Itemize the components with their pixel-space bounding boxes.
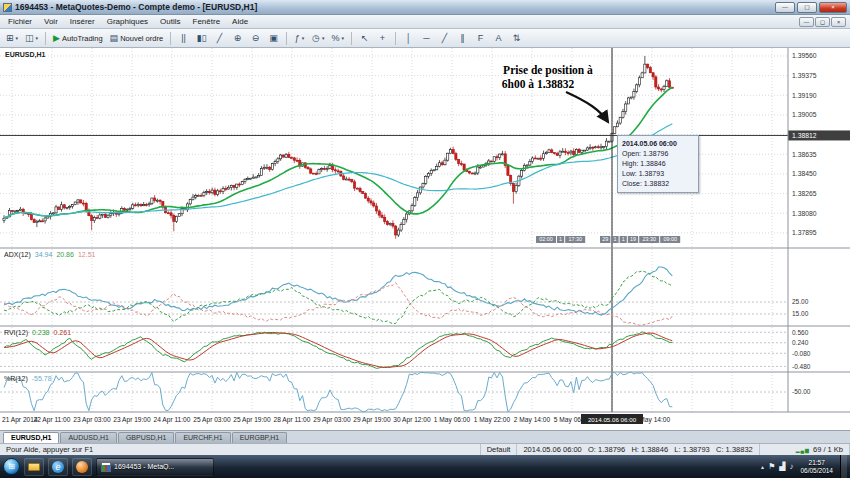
pinned-explorer-button[interactable] [24, 458, 44, 476]
show-desktop-button[interactable] [840, 455, 847, 478]
svg-text:1.38080: 1.38080 [792, 210, 817, 217]
candlestick-icon: ▮▯ [197, 32, 207, 45]
fibonacci-button[interactable]: F [472, 31, 489, 46]
new-order-button[interactable]: ▤Nouvel ordre [107, 31, 166, 46]
svg-text:09:00: 09:00 [663, 236, 677, 242]
svg-text:23 Apr 19:00: 23 Apr 19:00 [113, 416, 151, 424]
menu-voir[interactable]: Voir [38, 16, 64, 27]
toolbar-separator [286, 32, 287, 45]
mdi-minimize-button[interactable]: — [799, 17, 814, 27]
toolbar-separator [351, 32, 352, 45]
media-player-icon [76, 461, 88, 473]
close-button[interactable]: × [819, 2, 847, 13]
taskbar-clock[interactable]: 21:57 06/05/2014 [800, 459, 833, 475]
menu-fenetre[interactable]: Fenêtre [187, 16, 227, 27]
chart-area[interactable]: 1.395601.393751.391901.390051.386351.384… [0, 48, 850, 430]
svg-text:25 Apr 19:00: 25 Apr 19:00 [233, 416, 271, 424]
svg-text:1.39375: 1.39375 [792, 72, 817, 79]
svg-text:02:00: 02:00 [539, 236, 553, 242]
svg-text:0.240: 0.240 [792, 339, 809, 346]
text-label-button[interactable]: A [490, 31, 507, 46]
horizontal-line-button[interactable]: ─ [418, 31, 435, 46]
vertical-line-button[interactable]: │ [400, 31, 417, 46]
hidden-icons-button[interactable]: ▴ [761, 463, 764, 470]
svg-text:2 May 14:00: 2 May 14:00 [514, 416, 551, 424]
menu-aide[interactable]: Aide [226, 16, 254, 27]
start-button[interactable]: ⊞ [3, 458, 20, 475]
menu-inserer[interactable]: Insérer [64, 16, 101, 27]
tab-eurchf[interactable]: EURCHF,H1 [175, 432, 230, 443]
zoom-out-button[interactable]: ⊖ [247, 31, 264, 46]
svg-text:1.38265: 1.38265 [792, 190, 817, 197]
volume-icon[interactable]: ♪ [789, 462, 793, 471]
svg-text:25 Apr 03:00: 25 Apr 03:00 [193, 416, 231, 424]
svg-text:-0.080: -0.080 [792, 350, 811, 357]
svg-text:23 Apr 03:00: 23 Apr 03:00 [73, 416, 111, 424]
periods-icon: ◷ [312, 32, 320, 45]
pinned-browser-button[interactable]: e [48, 458, 68, 476]
indicators-button[interactable]: ƒ▾ [291, 31, 308, 46]
new-chart-button[interactable]: ⊞▾ [3, 31, 21, 46]
price-chart[interactable]: 1.395601.393751.391901.390051.386351.384… [0, 48, 850, 430]
trendline-icon: ╱ [442, 32, 447, 45]
candlestick-chart-button[interactable]: ▮▯ [193, 31, 210, 46]
svg-text:1: 1 [622, 236, 625, 242]
minimize-button[interactable]: — [775, 2, 795, 13]
periods-button[interactable]: ◷▾ [309, 31, 327, 46]
svg-text:Prise de position à: Prise de position à [503, 64, 593, 77]
status-bar: Pour Aide, appuyer sur F1 Default 2014.0… [0, 443, 850, 455]
bar-chart-button[interactable]: || [175, 31, 192, 46]
templates-button[interactable]: %▾ [328, 31, 347, 46]
zoom-out-icon: ⊖ [252, 32, 260, 45]
mdi-close-button[interactable]: × [831, 17, 846, 27]
svg-text:1: 1 [559, 236, 562, 242]
line-chart-button[interactable]: ╱ [211, 31, 228, 46]
tooltip-high: High: 1.38846 [622, 159, 694, 169]
svg-text:1.39560: 1.39560 [792, 52, 817, 59]
autotrading-button[interactable]: ▶AutoTrading [50, 31, 106, 46]
task-button-label: 1694453 - MetaQ... [114, 463, 174, 470]
svg-text:RVI(12)0.2380.261: RVI(12)0.2380.261 [4, 329, 71, 337]
network-icon[interactable]: ▟ [779, 462, 785, 471]
svg-text:1: 1 [614, 236, 617, 242]
indicators-icon: ƒ [295, 32, 300, 45]
templates-icon: % [331, 32, 339, 45]
pinned-media-button[interactable] [72, 458, 92, 476]
channel-button[interactable]: ∥ [454, 31, 471, 46]
status-profile[interactable]: Default [481, 444, 518, 455]
crosshair-button[interactable]: + [374, 31, 391, 46]
menu-outils[interactable]: Outils [154, 16, 186, 27]
tab-audusd[interactable]: AUDUSD,H1 [60, 432, 116, 443]
tooltip-time: 2014.05.06 06:00 [622, 139, 694, 149]
title-bar[interactable]: 1694453 - MetaQuotes-Demo - Compte demo … [0, 0, 850, 15]
vertical-line-icon: │ [406, 32, 412, 45]
trendline-button[interactable]: ╱ [436, 31, 453, 46]
mdi-restore-button[interactable]: ▢ [815, 17, 830, 27]
clock-time: 21:57 [800, 459, 833, 467]
tab-gbpusd[interactable]: GBPUSD,H1 [118, 432, 174, 443]
maximize-button[interactable]: ▢ [797, 2, 817, 13]
taskbar-window-button[interactable]: 1694453 - MetaQ... [96, 458, 214, 476]
svg-text:15.00: 15.00 [792, 310, 809, 317]
status-connection-text: 69 / 1 Kb [813, 445, 843, 454]
svg-text:6h00 à 1.38832: 6h00 à 1.38832 [502, 78, 575, 90]
tab-eurusd[interactable]: EURUSD,H1 [3, 432, 59, 443]
action-center-icon[interactable]: ⚑ [768, 462, 775, 471]
svg-text:1.39190: 1.39190 [792, 92, 817, 99]
arrows-button[interactable]: ⇅ [508, 31, 525, 46]
svg-text:2014.05.06 06:00: 2014.05.06 06:00 [588, 416, 637, 423]
profiles-button[interactable]: ◫▾ [22, 31, 41, 46]
zoom-in-button[interactable]: ⊕ [229, 31, 246, 46]
svg-text:ADX(12)34.9420.8612.51: ADX(12)34.9420.8612.51 [4, 251, 96, 259]
svg-text:1.39005: 1.39005 [792, 111, 817, 118]
horizontal-line-icon: ─ [423, 32, 429, 45]
menu-fichier[interactable]: Fichier [2, 16, 38, 27]
folder-icon [28, 463, 40, 471]
tab-eurgbp[interactable]: EURGBP,H1 [232, 432, 288, 443]
menu-graphiques[interactable]: Graphiques [101, 16, 154, 27]
cursor-button[interactable]: ↖ [356, 31, 373, 46]
chart-tab-bar: EURUSD,H1 AUDUSD,H1 GBPUSD,H1 EURCHF,H1 … [0, 430, 850, 443]
chevron-down-icon: ▾ [322, 35, 325, 41]
svg-text:0.560: 0.560 [792, 329, 809, 336]
tile-windows-button[interactable]: ▣ [265, 31, 282, 46]
